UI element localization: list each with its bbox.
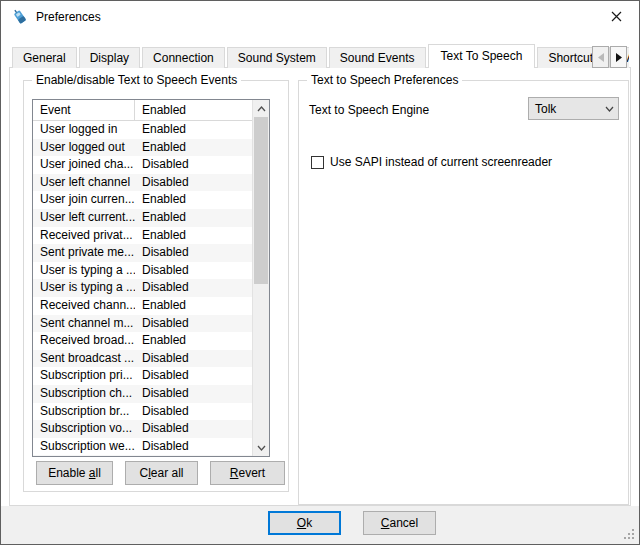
enabled-cell[interactable]: Disabled [135, 367, 252, 385]
event-cell[interactable]: User is typing a ... [33, 279, 135, 297]
event-cell[interactable]: Subscription br... [33, 403, 135, 421]
resize-grip-icon[interactable] [623, 528, 636, 541]
table-row[interactable]: Subscription vo...Disabled [33, 420, 252, 438]
table-row[interactable]: Subscription ch...Disabled [33, 385, 252, 403]
table-row[interactable]: Received broad...Enabled [33, 332, 252, 350]
table-row[interactable]: Subscription we...Disabled [33, 438, 252, 456]
sapi-checkbox-row[interactable]: Use SAPI instead of current screenreader [311, 155, 552, 169]
tab-general[interactable]: General [12, 47, 77, 68]
enabled-cell[interactable]: Disabled [135, 244, 252, 262]
events-table-body: User logged inEnabledUser logged outEnab… [33, 121, 252, 456]
event-cell[interactable]: User join curren... [33, 191, 135, 209]
event-cell[interactable]: Received broad... [33, 332, 135, 350]
table-row[interactable]: Subscription sh...Disabled [33, 455, 252, 456]
enabled-cell[interactable]: Disabled [135, 262, 252, 280]
table-row[interactable]: User logged outEnabled [33, 139, 252, 157]
clear-all-button[interactable]: Clear all [125, 461, 198, 485]
table-row[interactable]: User logged inEnabled [33, 121, 252, 139]
table-row[interactable]: User is typing a ...Disabled [33, 279, 252, 297]
table-row[interactable]: User join curren...Enabled [33, 191, 252, 209]
enabled-cell[interactable]: Enabled [135, 191, 252, 209]
vertical-scrollbar[interactable] [252, 100, 269, 456]
enabled-cell[interactable]: Disabled [135, 438, 252, 456]
scrollbar-thumb[interactable] [254, 117, 268, 284]
table-row[interactable]: User joined cha...Disabled [33, 156, 252, 174]
tab-scroll-right-icon[interactable] [610, 46, 627, 68]
event-cell[interactable]: Sent private me... [33, 244, 135, 262]
table-header[interactable]: Event Enabled [33, 100, 252, 121]
enabled-cell[interactable]: Enabled [135, 332, 252, 350]
enabled-cell[interactable]: Enabled [135, 209, 252, 227]
column-header-event[interactable]: Event [33, 100, 135, 120]
table-row[interactable]: Sent broadcast ...Disabled [33, 350, 252, 368]
tab-connection[interactable]: Connection [142, 47, 225, 68]
enabled-cell[interactable]: Disabled [135, 455, 252, 456]
enable-all-button[interactable]: Enable all [36, 461, 113, 485]
enabled-cell[interactable]: Disabled [135, 350, 252, 368]
tts-preferences-group: Text to Speech Preferences Text to Speec… [298, 80, 629, 505]
revert-button[interactable]: Revert [210, 461, 285, 485]
event-cell[interactable]: Subscription we... [33, 438, 135, 456]
table-row[interactable]: Sent private me...Disabled [33, 244, 252, 262]
enabled-cell[interactable]: Disabled [135, 279, 252, 297]
event-cell[interactable]: User left current... [33, 209, 135, 227]
event-cell[interactable]: Sent broadcast ... [33, 350, 135, 368]
table-row[interactable]: Subscription pri...Disabled [33, 367, 252, 385]
enabled-cell[interactable]: Enabled [135, 297, 252, 315]
column-header-enabled[interactable]: Enabled [135, 100, 252, 120]
title-bar[interactable]: Preferences [1, 1, 639, 32]
event-cell[interactable]: Subscription sh... [33, 455, 135, 456]
event-cell[interactable]: Subscription vo... [33, 420, 135, 438]
enabled-cell[interactable]: Disabled [135, 420, 252, 438]
ok-button[interactable]: Ok [268, 511, 341, 535]
table-row[interactable]: User left current...Enabled [33, 209, 252, 227]
table-row[interactable]: Subscription br...Disabled [33, 403, 252, 421]
preferences-dialog: Preferences GeneralDisplayConnectionSoun… [0, 0, 640, 545]
tts-preferences-group-title: Text to Speech Preferences [307, 73, 462, 87]
event-cell[interactable]: User left channel [33, 174, 135, 192]
event-cell[interactable]: Received privat... [33, 227, 135, 245]
event-cell[interactable]: User logged in [33, 121, 135, 139]
event-cell[interactable]: Subscription pri... [33, 367, 135, 385]
sapi-checkbox-label: Use SAPI instead of current screenreader [330, 155, 552, 169]
event-cell[interactable]: User joined cha... [33, 156, 135, 174]
sapi-checkbox[interactable] [311, 156, 324, 169]
scroll-down-icon[interactable] [253, 439, 269, 456]
table-row[interactable]: User left channelDisabled [33, 174, 252, 192]
tab-sound-events[interactable]: Sound Events [329, 47, 426, 68]
event-cell[interactable]: Received chann... [33, 297, 135, 315]
table-row[interactable]: Received privat...Enabled [33, 227, 252, 245]
close-icon[interactable] [594, 1, 639, 32]
event-cell[interactable]: Subscription ch... [33, 385, 135, 403]
tab-display[interactable]: Display [79, 47, 140, 68]
tab-scroll-buttons [591, 46, 627, 68]
enabled-cell[interactable]: Disabled [135, 174, 252, 192]
tts-events-group-title: Enable/disable Text to Speech Events [32, 73, 241, 87]
enabled-cell[interactable]: Disabled [135, 403, 252, 421]
event-cell[interactable]: Sent channel m... [33, 315, 135, 333]
enabled-cell[interactable]: Disabled [135, 315, 252, 333]
enabled-cell[interactable]: Disabled [135, 156, 252, 174]
tts-events-group: Enable/disable Text to Speech Events Eve… [23, 80, 289, 492]
enabled-cell[interactable]: Enabled [135, 227, 252, 245]
tab-scroll-left-icon[interactable] [592, 46, 609, 68]
table-row[interactable]: User is typing a ...Disabled [33, 262, 252, 280]
table-row[interactable]: Received chann...Enabled [33, 297, 252, 315]
scroll-up-icon[interactable] [253, 100, 269, 117]
tab-text-to-speech[interactable]: Text To Speech [428, 44, 536, 68]
tab-page-text-to-speech: Enable/disable Text to Speech Events Eve… [9, 67, 631, 506]
event-cell[interactable]: User is typing a ... [33, 262, 135, 280]
event-cell[interactable]: User logged out [33, 139, 135, 157]
table-row[interactable]: Sent channel m...Disabled [33, 315, 252, 333]
enabled-cell[interactable]: Enabled [135, 121, 252, 139]
tab-sound-system[interactable]: Sound System [227, 47, 327, 68]
enabled-cell[interactable]: Disabled [135, 385, 252, 403]
cancel-button[interactable]: Cancel [363, 511, 436, 535]
chevron-down-icon [600, 106, 618, 112]
tts-events-table[interactable]: Event Enabled User logged inEnabledUser … [32, 99, 270, 457]
engine-label: Text to Speech Engine [309, 103, 429, 117]
tab-bar: GeneralDisplayConnectionSound SystemSoun… [12, 43, 629, 68]
enabled-cell[interactable]: Enabled [135, 139, 252, 157]
tts-engine-value: Tolk [529, 102, 600, 116]
tts-engine-select[interactable]: Tolk [528, 97, 619, 120]
